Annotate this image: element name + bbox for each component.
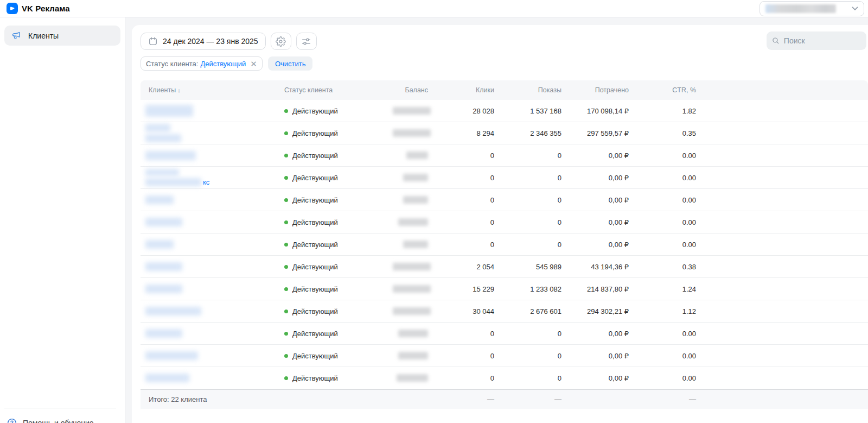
filter-chip-client-status[interactable]: Статус клиента: Действующий ✕ xyxy=(141,56,263,71)
sidebar-help-label: Помощь и обучение xyxy=(23,419,94,423)
table-row[interactable]: Действующий 0 0 0,00 ₽ 0.00 xyxy=(141,189,868,211)
ctr-cell: 0.00 xyxy=(629,174,696,182)
spent-cell: 0,00 ₽ xyxy=(561,330,629,338)
status-label: Действующий xyxy=(292,129,338,137)
sidebar: Клиенты Помощь и обучение xyxy=(0,17,125,423)
filter-chip-value[interactable]: Действующий xyxy=(200,60,246,68)
column-header-ctr[interactable]: CTR, % xyxy=(629,86,696,94)
client-name-cell[interactable] xyxy=(141,329,276,338)
table-row[interactable]: Действующий 0 0 0,00 ₽ 0.00 xyxy=(141,211,868,233)
vk-ads-logo-icon xyxy=(7,3,18,14)
sidebar-item-clients[interactable]: Клиенты xyxy=(4,26,120,46)
filters-button[interactable] xyxy=(296,33,317,50)
client-name-redacted xyxy=(145,374,276,382)
search-field[interactable] xyxy=(767,31,866,50)
status-dot xyxy=(284,332,288,336)
client-name-cell[interactable] xyxy=(141,151,276,160)
topbar: VK Реклама xyxy=(0,0,868,17)
account-name-redacted xyxy=(765,4,836,13)
client-name-cell[interactable] xyxy=(141,351,276,360)
client-name-cell[interactable] xyxy=(141,195,276,204)
client-status-cell: Действующий xyxy=(276,174,393,182)
status-label: Действующий xyxy=(292,285,338,293)
client-name-visible-suffix[interactable]: кс xyxy=(203,178,209,186)
spent-cell: 0,00 ₽ xyxy=(561,151,629,160)
close-icon[interactable]: ✕ xyxy=(250,60,257,68)
search-icon xyxy=(772,36,780,45)
client-name-cell[interactable] xyxy=(141,124,276,142)
table-row[interactable]: Действующий 0 0 0,00 ₽ 0.00 xyxy=(141,144,868,167)
column-header-impressions[interactable]: Показы xyxy=(494,86,561,94)
client-name-cell[interactable] xyxy=(141,240,276,249)
date-range-button[interactable]: 24 дек 2024 — 23 янв 2025 xyxy=(141,33,266,50)
balance-cell xyxy=(393,218,428,226)
client-status-cell: Действующий xyxy=(276,285,393,293)
status-label: Действующий xyxy=(292,174,338,182)
clicks-cell: 0 xyxy=(428,352,494,360)
clear-filters-button[interactable]: Очистить xyxy=(268,56,313,71)
search-input[interactable] xyxy=(784,36,861,45)
client-name-cell[interactable] xyxy=(141,285,276,293)
clicks-cell: 0 xyxy=(428,196,494,204)
ctr-cell: 0.00 xyxy=(629,352,696,360)
client-status-cell: Действующий xyxy=(276,151,393,160)
table-row[interactable]: кс Действующий 0 0 0,00 ₽ 0.00 xyxy=(141,167,868,189)
date-range-label: 24 дек 2024 — 23 янв 2025 xyxy=(163,37,258,46)
table-row[interactable]: Действующий 0 0 0,00 ₽ 0.00 xyxy=(141,323,868,345)
main-area: 24 дек 2024 — 23 янв 2025 xyxy=(125,17,868,423)
table-row[interactable]: Действующий 0 0 0,00 ₽ 0.00 xyxy=(141,233,868,256)
account-selector[interactable] xyxy=(760,1,864,16)
clicks-cell: 15 229 xyxy=(428,285,494,293)
table-row[interactable]: Действующий 8 294 2 346 355 297 559,57 ₽… xyxy=(141,122,868,144)
column-header-spent[interactable]: Потрачено xyxy=(561,86,629,94)
column-header-balance[interactable]: Баланс xyxy=(393,86,428,94)
table-row[interactable]: Действующий 28 028 1 537 168 170 098,14 … xyxy=(141,100,868,122)
client-status-cell: Действующий xyxy=(276,263,393,271)
ctr-cell: 0.00 xyxy=(629,374,696,382)
status-dot xyxy=(284,198,288,202)
client-name-cell[interactable] xyxy=(141,374,276,382)
balance-redacted xyxy=(393,107,431,115)
client-name-cell[interactable] xyxy=(141,262,276,271)
balance-cell xyxy=(393,241,428,248)
table-row[interactable]: Действующий 2 054 545 989 43 194,36 ₽ 0.… xyxy=(141,256,868,278)
status-label: Действующий xyxy=(292,263,338,271)
table-row[interactable]: Действующий 0 0 0,00 ₽ 0.00 xyxy=(141,367,868,389)
spent-cell: 0,00 ₽ xyxy=(561,196,629,204)
ctr-cell: 0.00 xyxy=(629,196,696,204)
client-name-redacted xyxy=(145,124,276,142)
settings-button[interactable] xyxy=(271,33,291,50)
gear-icon xyxy=(276,36,286,47)
status-dot xyxy=(284,220,288,224)
column-header-clicks[interactable]: Клики xyxy=(428,86,494,94)
toolbar: 24 дек 2024 — 23 янв 2025 xyxy=(132,25,868,50)
client-status-cell: Действующий xyxy=(276,241,393,249)
balance-cell xyxy=(393,263,428,270)
balance-redacted xyxy=(398,218,428,226)
sidebar-help-link[interactable]: Помощь и обучение xyxy=(7,418,94,423)
table-row[interactable]: Действующий 30 044 2 676 601 294 302,21 … xyxy=(141,300,868,323)
column-header-status[interactable]: Статус клиента xyxy=(276,86,393,94)
client-name-cell[interactable] xyxy=(141,218,276,226)
table-body: Действующий 28 028 1 537 168 170 098,14 … xyxy=(141,100,868,389)
footer-ctr-value: — xyxy=(629,395,696,403)
table-row[interactable]: Действующий 15 229 1 233 082 214 837,80 … xyxy=(141,278,868,300)
ctr-cell: 1.12 xyxy=(629,307,696,315)
content-card: 24 дек 2024 — 23 янв 2025 xyxy=(132,25,868,423)
impressions-cell: 1 233 082 xyxy=(494,285,561,293)
balance-cell xyxy=(393,174,428,181)
client-status-cell: Действующий xyxy=(276,218,393,226)
client-name-cell[interactable]: кс xyxy=(141,169,276,186)
client-name-redacted xyxy=(145,105,276,117)
client-name-cell[interactable] xyxy=(141,307,276,315)
ctr-cell: 0.38 xyxy=(629,263,696,271)
sliders-icon xyxy=(301,36,311,47)
client-name-cell[interactable] xyxy=(141,105,276,117)
clicks-cell: 0 xyxy=(428,151,494,160)
status-label: Действующий xyxy=(292,151,338,160)
status-label: Действующий xyxy=(292,107,338,115)
table-row[interactable]: Действующий 0 0 0,00 ₽ 0.00 xyxy=(141,345,868,367)
spent-cell: 0,00 ₽ xyxy=(561,218,629,226)
ctr-cell: 0.00 xyxy=(629,241,696,249)
column-header-clients[interactable]: Клиенты↓ xyxy=(141,86,276,94)
